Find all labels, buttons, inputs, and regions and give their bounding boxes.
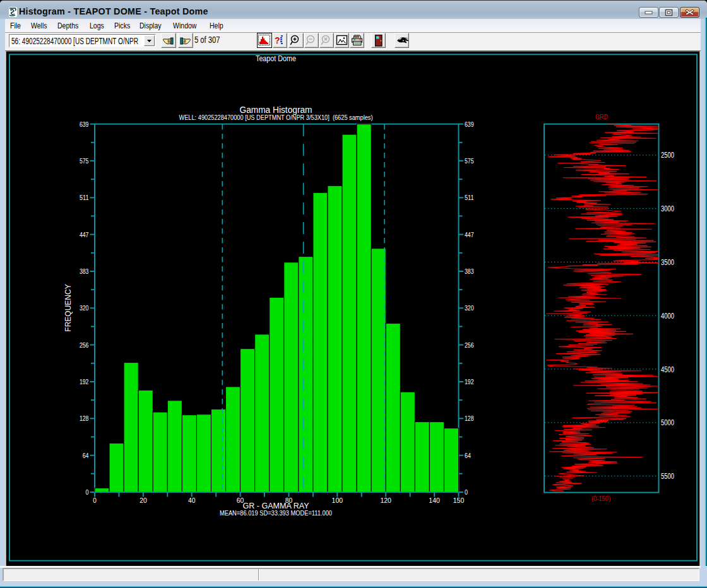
svg-text:5500: 5500: [661, 472, 674, 481]
svg-text:2500: 2500: [661, 151, 674, 160]
svg-text:GRD: GRD: [595, 113, 608, 121]
svg-text:120: 120: [380, 497, 391, 504]
svg-text:256: 256: [465, 341, 474, 349]
svg-text:40: 40: [188, 497, 196, 504]
svg-text:MEAN=86.019 SD=33.393 MODE=111: MEAN=86.019 SD=33.393 MODE=111.000: [220, 509, 332, 517]
svg-text:64: 64: [83, 452, 89, 459]
svg-text:447: 447: [465, 231, 474, 238]
svg-text:Teapot Dome: Teapot Dome: [256, 54, 296, 63]
svg-text:320: 320: [465, 304, 474, 312]
svg-text:20: 20: [140, 497, 147, 504]
svg-text:0: 0: [465, 488, 468, 496]
svg-text:0: 0: [86, 488, 89, 496]
svg-text:FREQUENCY: FREQUENCY: [64, 284, 73, 331]
svg-text:511: 511: [80, 194, 89, 201]
svg-text:639: 639: [80, 121, 89, 128]
svg-text:511: 511: [465, 194, 474, 201]
svg-text:140: 140: [429, 497, 440, 504]
svg-text:256: 256: [80, 341, 89, 349]
svg-text:WELL: 49025228470000 [US DEPTM: WELL: 49025228470000 [US DEPTMNT O/NPR 3…: [179, 114, 373, 121]
svg-text:447: 447: [80, 231, 89, 238]
svg-text:192: 192: [80, 378, 89, 385]
svg-text:3000: 3000: [661, 204, 674, 213]
svg-text:639: 639: [465, 121, 474, 128]
svg-text:4500: 4500: [661, 365, 674, 374]
svg-text:383: 383: [80, 268, 89, 275]
svg-text:5000: 5000: [661, 418, 674, 427]
svg-text:383: 383: [465, 268, 474, 275]
svg-text:128: 128: [465, 415, 474, 422]
svg-text:64: 64: [465, 452, 471, 459]
svg-text:0: 0: [93, 497, 97, 504]
svg-text:192: 192: [465, 378, 474, 385]
svg-text:150: 150: [453, 497, 465, 504]
svg-text:4000: 4000: [661, 312, 674, 320]
svg-text:128: 128: [80, 415, 89, 422]
svg-text:3500: 3500: [661, 258, 674, 267]
svg-text:575: 575: [80, 157, 89, 165]
svg-text:575: 575: [465, 157, 474, 165]
svg-text:320: 320: [80, 304, 89, 312]
svg-text:100: 100: [332, 497, 343, 504]
svg-text:(0-150): (0-150): [591, 495, 610, 502]
